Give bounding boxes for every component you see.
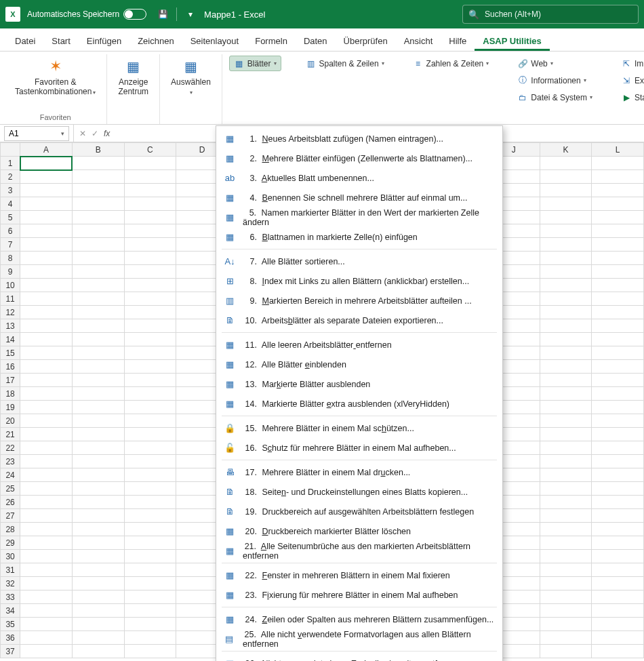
menu-item[interactable]: 🖶17. Mehrere Blätter in einem Mal drucke…: [216, 462, 502, 482]
row-header[interactable]: 13: [1, 319, 20, 333]
cell[interactable]: [20, 401, 73, 414]
start-button[interactable]: ▶ Start ▾: [617, 89, 644, 105]
tab-ansicht[interactable]: Ansicht: [396, 31, 441, 51]
name-box[interactable]: A1 ▾: [4, 126, 69, 141]
cell[interactable]: [592, 536, 644, 550]
cell[interactable]: [540, 279, 592, 292]
cell[interactable]: [72, 563, 124, 577]
cell[interactable]: [20, 618, 73, 631]
row-header[interactable]: 35: [1, 618, 20, 631]
cell[interactable]: [540, 333, 592, 346]
select-all-corner[interactable]: [1, 143, 20, 157]
cell[interactable]: [540, 401, 592, 414]
informationen-button[interactable]: ⓘ Informationen ▾: [513, 73, 597, 88]
column-header[interactable]: L: [592, 143, 644, 157]
cell[interactable]: [72, 414, 124, 428]
row-header[interactable]: 8: [1, 252, 20, 265]
cell[interactable]: [592, 224, 644, 238]
autosave-toggle[interactable]: [123, 9, 146, 20]
cell[interactable]: [592, 590, 644, 604]
tab-start[interactable]: Start: [43, 31, 78, 51]
cell[interactable]: [72, 197, 124, 211]
menu-item[interactable]: ▦14. Markierte Blätter extra ausblenden …: [216, 394, 502, 414]
row-header[interactable]: 18: [1, 387, 20, 401]
cell[interactable]: [124, 157, 176, 170]
cell[interactable]: [72, 346, 124, 360]
cell[interactable]: [72, 265, 124, 279]
cell[interactable]: [592, 279, 644, 292]
column-header[interactable]: C: [124, 143, 176, 157]
menu-item[interactable]: ▦21. Alle Seitenumbrüche aus den markier…: [216, 541, 502, 561]
menu-item[interactable]: ▦11. Alle leeren Arbeitsblätter entferne…: [216, 335, 502, 355]
cell[interactable]: [540, 184, 592, 197]
cell[interactable]: [540, 618, 592, 631]
cell[interactable]: [592, 563, 644, 577]
cell[interactable]: [124, 319, 176, 333]
save-icon[interactable]: 💾: [155, 6, 171, 22]
cell[interactable]: [540, 224, 592, 238]
cell[interactable]: [20, 414, 73, 428]
cell[interactable]: [20, 333, 73, 346]
cell[interactable]: [72, 319, 124, 333]
cell[interactable]: [540, 238, 592, 252]
row-header[interactable]: 16: [1, 360, 20, 374]
cell[interactable]: [540, 197, 592, 211]
cell[interactable]: [124, 401, 176, 414]
cell[interactable]: [592, 468, 644, 482]
cell[interactable]: [20, 509, 73, 523]
row-header[interactable]: 11: [1, 292, 20, 306]
web-button[interactable]: 🔗 Web ▾: [513, 56, 597, 71]
cell[interactable]: [20, 170, 73, 184]
column-header[interactable]: K: [540, 143, 592, 157]
cell[interactable]: [540, 631, 592, 645]
cell[interactable]: [72, 550, 124, 563]
cell[interactable]: [124, 265, 176, 279]
datei-system-button[interactable]: 🗀 Datei & System ▾: [513, 89, 597, 105]
cell[interactable]: [72, 645, 124, 658]
cell[interactable]: [20, 265, 73, 279]
cell[interactable]: [592, 455, 644, 468]
cell[interactable]: [20, 563, 73, 577]
cell[interactable]: [124, 184, 176, 197]
cell[interactable]: [72, 306, 124, 319]
cell[interactable]: [72, 428, 124, 441]
cell[interactable]: [124, 536, 176, 550]
cell[interactable]: [540, 496, 592, 509]
cell[interactable]: [540, 157, 592, 170]
cell[interactable]: [124, 645, 176, 658]
row-header[interactable]: 17: [1, 374, 20, 387]
cell[interactable]: [540, 292, 592, 306]
cell[interactable]: [72, 157, 124, 170]
cell[interactable]: [20, 211, 73, 224]
row-header[interactable]: 7: [1, 238, 20, 252]
row-header[interactable]: 33: [1, 590, 20, 604]
cell[interactable]: [20, 536, 73, 550]
cell[interactable]: [592, 170, 644, 184]
cell[interactable]: [124, 482, 176, 496]
anzeige-zentrum-button[interactable]: ▦ Anzeige Zentrum: [114, 54, 153, 100]
cell[interactable]: [592, 387, 644, 401]
cell[interactable]: [592, 306, 644, 319]
cell[interactable]: [20, 224, 73, 238]
cell[interactable]: [72, 360, 124, 374]
menu-item[interactable]: A↓7. Alle Blätter sortieren...: [216, 252, 502, 271]
menu-item[interactable]: ▦26. Nicht verwendete leere Endzeilen/-s…: [216, 654, 502, 661]
cell[interactable]: [124, 468, 176, 482]
cell[interactable]: [592, 333, 644, 346]
cell[interactable]: [72, 455, 124, 468]
cell[interactable]: [592, 577, 644, 590]
cell[interactable]: [20, 496, 73, 509]
tab-einfugen[interactable]: Einfügen: [79, 31, 129, 51]
row-header[interactable]: 26: [1, 496, 20, 509]
cell[interactable]: [540, 428, 592, 441]
cell[interactable]: [592, 292, 644, 306]
cell[interactable]: [540, 265, 592, 279]
cell[interactable]: [20, 319, 73, 333]
cell[interactable]: [540, 346, 592, 360]
cell[interactable]: [20, 238, 73, 252]
menu-item[interactable]: ▦13. Markierte Blätter ausblenden: [216, 374, 502, 394]
cell[interactable]: [72, 631, 124, 645]
cell[interactable]: [124, 197, 176, 211]
cell[interactable]: [592, 252, 644, 265]
cell[interactable]: [20, 346, 73, 360]
